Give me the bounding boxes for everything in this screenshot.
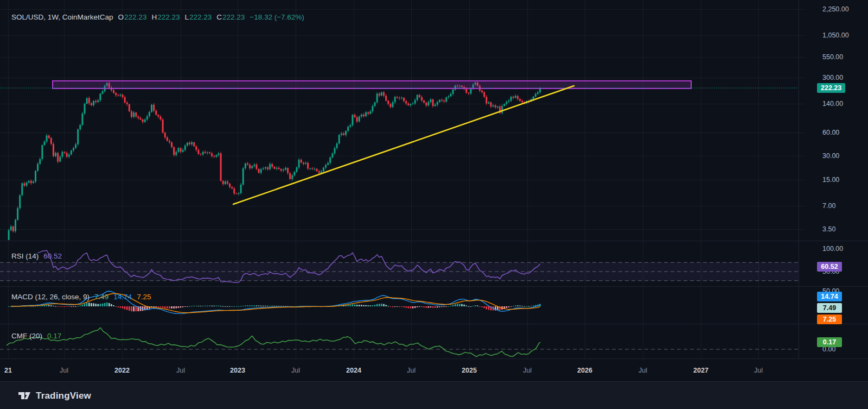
time-axis-label: 2027 — [693, 367, 709, 374]
rsi-name: RSI (14) — [11, 252, 39, 260]
rsi-value: 60.52 — [43, 252, 62, 260]
cmf-value: 0.17 — [47, 332, 61, 340]
cmf-legend[interactable]: CMF (20) 0.17 — [11, 332, 61, 340]
time-axis-label: Jul — [176, 367, 185, 374]
cmf-name: CMF (20) — [11, 332, 42, 340]
time-axis-label: Jul — [523, 367, 532, 374]
macd-legend[interactable]: MACD (12, 26, close, 9) 7.49 14.74 7.25 — [11, 293, 151, 301]
price-tick-label: 300.00 — [822, 73, 843, 82]
price-tick-label: 1,050.00 — [822, 31, 849, 40]
time-axis-label: 2026 — [577, 367, 592, 374]
ohlc-open: O222.23 — [118, 13, 147, 21]
time-axis-label: 2024 — [346, 367, 361, 374]
bar-change: −18.32 (−7.62%) — [250, 13, 304, 21]
time-axis-label: Jul — [754, 367, 763, 374]
price-tick-label: 550.00 — [822, 53, 843, 61]
price-tick-label: 7.00 — [822, 202, 835, 210]
price-tick-label: 30.00 — [822, 152, 839, 160]
price-tick-label: 2,250.00 — [822, 5, 849, 14]
symbol-legend[interactable]: SOL/USD, 1W, CoinMarketCap O222.23 H222.… — [11, 13, 304, 21]
ohlc-high: H222.23 — [151, 13, 180, 21]
candles — [6, 81, 541, 249]
time-axis-label: Jul — [407, 367, 416, 374]
cmf-badge: 0.17 — [817, 337, 842, 347]
tradingview-logo[interactable]: TradingView — [18, 389, 91, 402]
trendline[interactable] — [233, 86, 574, 204]
time-axis-label: 21 — [4, 367, 12, 374]
macd-signal-value: 7.25 — [137, 293, 151, 301]
cmf-line — [7, 328, 540, 356]
footer-bar: TradingView — [0, 381, 868, 409]
macd-hist-badge: 7.49 — [817, 303, 842, 313]
symbol-title: SOL/USD, 1W, CoinMarketCap — [11, 13, 113, 21]
last-price-badge: 222.23 — [817, 83, 845, 93]
ohlc-low: L222.23 — [184, 13, 212, 21]
tradingview-logo-icon — [18, 389, 31, 402]
rsi-legend[interactable]: RSI (14) 60.52 — [11, 252, 62, 260]
time-axis-label: 2023 — [230, 367, 245, 374]
tradingview-chart-window: SOL/USD, 1W, CoinMarketCap O222.23 H222.… — [0, 0, 868, 409]
price-tick-label: 140.00 — [822, 99, 843, 108]
macd-hist-value: 7.49 — [94, 293, 108, 301]
time-axis-label: 2022 — [114, 367, 130, 374]
time-axis-label: 2025 — [462, 367, 477, 374]
macd-line-badge: 14.74 — [817, 292, 842, 301]
price-tick-label: 3.50 — [822, 225, 835, 234]
macd-line-value: 14.74 — [113, 293, 132, 301]
rsi-axis-label: 100.00 — [822, 244, 843, 253]
chart-canvas[interactable] — [0, 0, 868, 409]
price-tick-label: 60.00 — [822, 128, 839, 137]
price-tick-label: 15.00 — [822, 175, 839, 184]
time-axis-label: Jul — [60, 367, 68, 374]
time-axis-label: Jul — [291, 367, 300, 374]
ohlc-close: C222.23 — [216, 13, 245, 21]
time-axis-label: Jul — [639, 367, 647, 374]
tradingview-logo-text: TradingView — [36, 391, 91, 401]
rsi-badge: 60.52 — [817, 262, 842, 272]
macd-name: MACD (12, 26, close, 9) — [11, 293, 90, 301]
resistance-zone[interactable] — [53, 81, 691, 89]
macd-signal-badge: 7.25 — [817, 314, 842, 324]
